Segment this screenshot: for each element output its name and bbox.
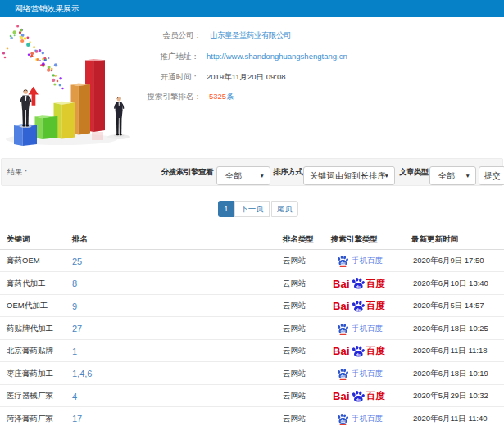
svg-text:du: du xyxy=(356,306,361,311)
svg-text:du: du xyxy=(340,374,345,378)
svg-text:du: du xyxy=(356,284,361,289)
svg-text:du: du xyxy=(340,419,345,423)
svg-text:du: du xyxy=(340,329,345,333)
svg-text:du: du xyxy=(356,397,361,401)
svg-text:du: du xyxy=(356,351,361,356)
svg-text:du: du xyxy=(340,261,345,265)
